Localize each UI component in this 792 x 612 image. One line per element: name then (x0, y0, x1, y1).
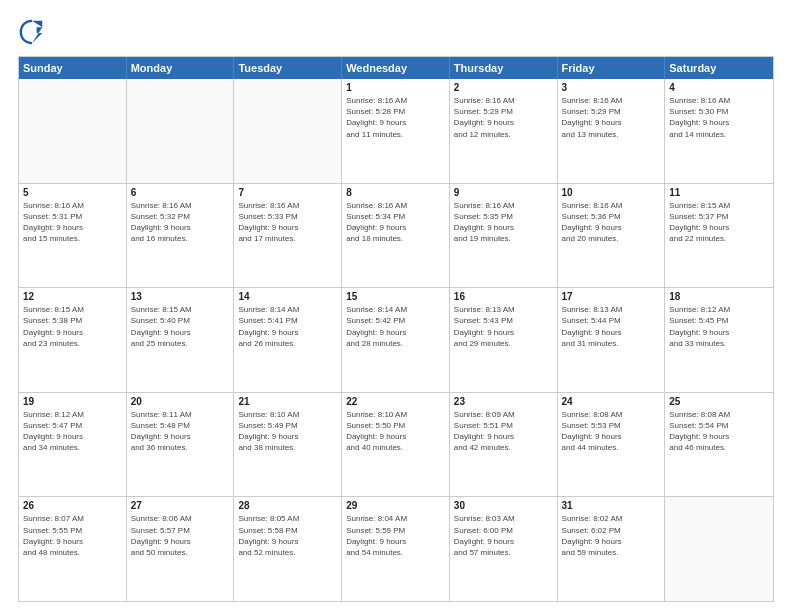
calendar-cell (19, 79, 127, 183)
day-number: 26 (23, 500, 122, 511)
logo (18, 18, 50, 46)
day-number: 8 (346, 187, 445, 198)
cell-info: Sunrise: 8:15 AMSunset: 5:38 PMDaylight:… (23, 304, 122, 349)
calendar-cell: 27Sunrise: 8:06 AMSunset: 5:57 PMDayligh… (127, 497, 235, 601)
cell-info: Sunrise: 8:16 AMSunset: 5:35 PMDaylight:… (454, 200, 553, 245)
day-number: 30 (454, 500, 553, 511)
day-number: 31 (562, 500, 661, 511)
cell-info: Sunrise: 8:15 AMSunset: 5:37 PMDaylight:… (669, 200, 769, 245)
day-number: 7 (238, 187, 337, 198)
calendar-cell: 1Sunrise: 8:16 AMSunset: 5:28 PMDaylight… (342, 79, 450, 183)
day-number: 5 (23, 187, 122, 198)
weekday-header: Friday (558, 57, 666, 79)
cell-info: Sunrise: 8:10 AMSunset: 5:49 PMDaylight:… (238, 409, 337, 454)
day-number: 3 (562, 82, 661, 93)
weekday-header: Sunday (19, 57, 127, 79)
calendar-cell (234, 79, 342, 183)
cell-info: Sunrise: 8:16 AMSunset: 5:36 PMDaylight:… (562, 200, 661, 245)
weekday-header: Saturday (665, 57, 773, 79)
cell-info: Sunrise: 8:04 AMSunset: 5:59 PMDaylight:… (346, 513, 445, 558)
calendar-cell: 17Sunrise: 8:13 AMSunset: 5:44 PMDayligh… (558, 288, 666, 392)
calendar-cell (665, 497, 773, 601)
weekday-header: Wednesday (342, 57, 450, 79)
calendar-cell: 8Sunrise: 8:16 AMSunset: 5:34 PMDaylight… (342, 184, 450, 288)
day-number: 10 (562, 187, 661, 198)
day-number: 21 (238, 396, 337, 407)
day-number: 1 (346, 82, 445, 93)
calendar-row: 1Sunrise: 8:16 AMSunset: 5:28 PMDaylight… (19, 79, 773, 184)
day-number: 23 (454, 396, 553, 407)
calendar-body: 1Sunrise: 8:16 AMSunset: 5:28 PMDaylight… (19, 79, 773, 601)
calendar-cell: 15Sunrise: 8:14 AMSunset: 5:42 PMDayligh… (342, 288, 450, 392)
day-number: 2 (454, 82, 553, 93)
day-number: 19 (23, 396, 122, 407)
day-number: 29 (346, 500, 445, 511)
calendar-cell: 26Sunrise: 8:07 AMSunset: 5:55 PMDayligh… (19, 497, 127, 601)
day-number: 27 (131, 500, 230, 511)
cell-info: Sunrise: 8:16 AMSunset: 5:32 PMDaylight:… (131, 200, 230, 245)
calendar-header: SundayMondayTuesdayWednesdayThursdayFrid… (19, 57, 773, 79)
calendar-row: 26Sunrise: 8:07 AMSunset: 5:55 PMDayligh… (19, 497, 773, 601)
header (18, 18, 774, 46)
calendar-cell: 9Sunrise: 8:16 AMSunset: 5:35 PMDaylight… (450, 184, 558, 288)
calendar-cell: 30Sunrise: 8:03 AMSunset: 6:00 PMDayligh… (450, 497, 558, 601)
calendar-cell: 2Sunrise: 8:16 AMSunset: 5:29 PMDaylight… (450, 79, 558, 183)
calendar-cell: 19Sunrise: 8:12 AMSunset: 5:47 PMDayligh… (19, 393, 127, 497)
cell-info: Sunrise: 8:06 AMSunset: 5:57 PMDaylight:… (131, 513, 230, 558)
calendar-cell: 20Sunrise: 8:11 AMSunset: 5:48 PMDayligh… (127, 393, 235, 497)
calendar-cell: 16Sunrise: 8:13 AMSunset: 5:43 PMDayligh… (450, 288, 558, 392)
weekday-header: Monday (127, 57, 235, 79)
day-number: 9 (454, 187, 553, 198)
calendar-cell (127, 79, 235, 183)
day-number: 22 (346, 396, 445, 407)
calendar-cell: 25Sunrise: 8:08 AMSunset: 5:54 PMDayligh… (665, 393, 773, 497)
weekday-header: Thursday (450, 57, 558, 79)
cell-info: Sunrise: 8:09 AMSunset: 5:51 PMDaylight:… (454, 409, 553, 454)
day-number: 14 (238, 291, 337, 302)
cell-info: Sunrise: 8:13 AMSunset: 5:43 PMDaylight:… (454, 304, 553, 349)
day-number: 24 (562, 396, 661, 407)
day-number: 17 (562, 291, 661, 302)
cell-info: Sunrise: 8:13 AMSunset: 5:44 PMDaylight:… (562, 304, 661, 349)
calendar-cell: 24Sunrise: 8:08 AMSunset: 5:53 PMDayligh… (558, 393, 666, 497)
cell-info: Sunrise: 8:16 AMSunset: 5:33 PMDaylight:… (238, 200, 337, 245)
day-number: 13 (131, 291, 230, 302)
day-number: 28 (238, 500, 337, 511)
calendar-cell: 3Sunrise: 8:16 AMSunset: 5:29 PMDaylight… (558, 79, 666, 183)
cell-info: Sunrise: 8:16 AMSunset: 5:28 PMDaylight:… (346, 95, 445, 140)
cell-info: Sunrise: 8:16 AMSunset: 5:30 PMDaylight:… (669, 95, 769, 140)
cell-info: Sunrise: 8:05 AMSunset: 5:58 PMDaylight:… (238, 513, 337, 558)
cell-info: Sunrise: 8:16 AMSunset: 5:29 PMDaylight:… (562, 95, 661, 140)
calendar-row: 19Sunrise: 8:12 AMSunset: 5:47 PMDayligh… (19, 393, 773, 498)
calendar-cell: 6Sunrise: 8:16 AMSunset: 5:32 PMDaylight… (127, 184, 235, 288)
cell-info: Sunrise: 8:02 AMSunset: 6:02 PMDaylight:… (562, 513, 661, 558)
cell-info: Sunrise: 8:12 AMSunset: 5:45 PMDaylight:… (669, 304, 769, 349)
calendar-cell: 10Sunrise: 8:16 AMSunset: 5:36 PMDayligh… (558, 184, 666, 288)
weekday-header: Tuesday (234, 57, 342, 79)
calendar-cell: 29Sunrise: 8:04 AMSunset: 5:59 PMDayligh… (342, 497, 450, 601)
cell-info: Sunrise: 8:16 AMSunset: 5:34 PMDaylight:… (346, 200, 445, 245)
calendar-cell: 13Sunrise: 8:15 AMSunset: 5:40 PMDayligh… (127, 288, 235, 392)
cell-info: Sunrise: 8:08 AMSunset: 5:53 PMDaylight:… (562, 409, 661, 454)
cell-info: Sunrise: 8:03 AMSunset: 6:00 PMDaylight:… (454, 513, 553, 558)
cell-info: Sunrise: 8:16 AMSunset: 5:29 PMDaylight:… (454, 95, 553, 140)
cell-info: Sunrise: 8:12 AMSunset: 5:47 PMDaylight:… (23, 409, 122, 454)
day-number: 18 (669, 291, 769, 302)
calendar-cell: 4Sunrise: 8:16 AMSunset: 5:30 PMDaylight… (665, 79, 773, 183)
logo-icon (18, 18, 46, 46)
day-number: 25 (669, 396, 769, 407)
cell-info: Sunrise: 8:14 AMSunset: 5:42 PMDaylight:… (346, 304, 445, 349)
calendar-cell: 7Sunrise: 8:16 AMSunset: 5:33 PMDaylight… (234, 184, 342, 288)
day-number: 6 (131, 187, 230, 198)
cell-info: Sunrise: 8:08 AMSunset: 5:54 PMDaylight:… (669, 409, 769, 454)
cell-info: Sunrise: 8:11 AMSunset: 5:48 PMDaylight:… (131, 409, 230, 454)
cell-info: Sunrise: 8:15 AMSunset: 5:40 PMDaylight:… (131, 304, 230, 349)
calendar-row: 12Sunrise: 8:15 AMSunset: 5:38 PMDayligh… (19, 288, 773, 393)
calendar-cell: 11Sunrise: 8:15 AMSunset: 5:37 PMDayligh… (665, 184, 773, 288)
day-number: 16 (454, 291, 553, 302)
day-number: 20 (131, 396, 230, 407)
calendar-cell: 31Sunrise: 8:02 AMSunset: 6:02 PMDayligh… (558, 497, 666, 601)
calendar-cell: 23Sunrise: 8:09 AMSunset: 5:51 PMDayligh… (450, 393, 558, 497)
day-number: 15 (346, 291, 445, 302)
calendar-row: 5Sunrise: 8:16 AMSunset: 5:31 PMDaylight… (19, 184, 773, 289)
